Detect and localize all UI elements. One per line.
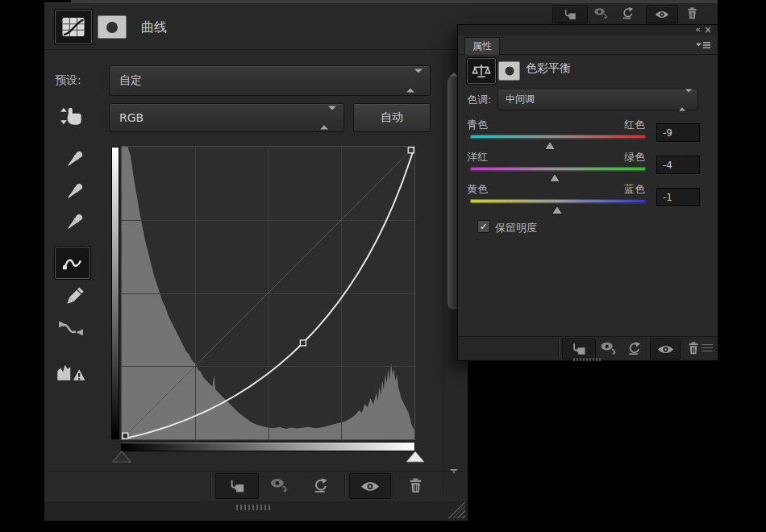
curves-panel-title: 曲线 (141, 19, 167, 36)
stepper-arrows-icon (406, 73, 423, 89)
panel-drag-handle[interactable] (236, 505, 272, 510)
panel-menu-icon[interactable] (695, 40, 711, 49)
output-gradient-bar (111, 147, 119, 439)
point-curve-icon (61, 254, 84, 272)
tone-dropdown[interactable]: 中间调 (497, 89, 698, 110)
curve-control-point (300, 340, 306, 346)
gray-point-eyedropper[interactable] (62, 180, 86, 204)
tone-value: 中间调 (498, 93, 535, 106)
clip-to-layer-button[interactable] (562, 339, 596, 360)
curves-bottom-toolbar (44, 471, 468, 501)
view-previous-state-button[interactable] (260, 473, 299, 497)
yellow-blue-value-field[interactable]: -1 (656, 188, 700, 206)
reset-icon (621, 6, 635, 20)
view-previous-state-icon (593, 7, 610, 20)
layer-mask-thumbnail[interactable] (98, 15, 127, 39)
cyan-red-slider-track[interactable] (470, 135, 646, 139)
preset-dropdown[interactable]: 自定 (109, 65, 431, 96)
panel-drag-handle[interactable] (573, 358, 602, 361)
curves-adjustment-chip[interactable] (55, 10, 92, 44)
curves-panel: 曲线 预设: 自定 RGB 自动 (44, 2, 468, 520)
cyan-red-value-field[interactable]: -9 (656, 123, 700, 142)
color-balance-chip[interactable] (467, 58, 496, 84)
collapse-to-icons-icon[interactable]: « (695, 24, 700, 35)
panel-resize-grip[interactable] (701, 344, 713, 352)
reset-button[interactable] (301, 473, 339, 497)
close-icon[interactable]: × (704, 24, 712, 35)
reset-icon (312, 477, 329, 494)
slider-thumb[interactable] (552, 202, 563, 211)
curve-control-point (123, 433, 128, 438)
input-gradient-bar (122, 443, 414, 451)
menu-icon (695, 40, 711, 49)
curves-panel-footer (44, 500, 468, 521)
trash-icon (687, 341, 700, 355)
pencil-icon (62, 285, 86, 309)
trash-icon (686, 6, 698, 20)
stepper-arrows-icon (320, 110, 336, 126)
visibility-button[interactable] (349, 473, 391, 499)
view-previous-state-icon (269, 478, 290, 493)
auto-button[interactable]: 自动 (353, 103, 431, 132)
clipping-warning-toggle[interactable] (56, 359, 87, 381)
reset-button[interactable] (615, 5, 639, 22)
curve-plot-area[interactable] (121, 146, 415, 440)
properties-tab-row: 属性 (458, 35, 718, 55)
reset-button[interactable] (622, 339, 646, 358)
preserve-luminosity-label: 保留明度 (495, 221, 537, 235)
properties-title-bar: « × (458, 25, 718, 36)
cyan-red-slider-row: 青色 红色 -9 (458, 118, 718, 150)
trash-icon (408, 477, 423, 494)
panel-resize-grip[interactable] (447, 501, 465, 518)
delete-button[interactable] (396, 473, 435, 497)
point-curve-tool[interactable] (55, 247, 90, 279)
visibility-button[interactable] (646, 5, 678, 23)
delete-button[interactable] (680, 5, 704, 22)
yellow-blue-slider-row: 黄色 蓝色 -1 (458, 182, 718, 214)
preset-label: 预设: (55, 73, 81, 88)
shadow-input-slider[interactable] (112, 451, 131, 463)
smooth-curve-tool[interactable] (57, 318, 85, 339)
green-label: 绿色 (624, 150, 645, 164)
view-previous-state-button[interactable] (597, 339, 621, 358)
red-label: 红色 (624, 118, 645, 132)
view-previous-state-button[interactable] (589, 5, 614, 22)
curves-panel-header: 曲线 (44, 3, 468, 50)
cyan-label: 青色 (467, 118, 488, 132)
stepper-arrows-icon (679, 92, 692, 107)
eye-icon (655, 10, 669, 19)
smooth-curve-icon (57, 318, 85, 339)
clip-to-layer-button[interactable] (215, 473, 259, 499)
slider-thumb[interactable] (544, 138, 556, 147)
preserve-luminosity-checkbox[interactable]: ✓ (477, 220, 490, 233)
visibility-button[interactable] (650, 339, 681, 360)
yellow-blue-slider-track[interactable] (470, 199, 646, 203)
layer-mask-thumbnail[interactable] (498, 61, 520, 81)
highlight-input-slider[interactable] (406, 451, 425, 463)
curve-histogram-chart[interactable] (122, 147, 414, 439)
slider-thumb-icon (552, 206, 563, 214)
channel-dropdown[interactable]: RGB (109, 103, 344, 132)
targeted-adjustment-tool[interactable] (57, 104, 84, 128)
clip-to-layer-button[interactable] (552, 5, 588, 23)
clip-to-layer-icon (571, 341, 587, 357)
magenta-green-slider-row: 洋红 绿色 -4 (458, 150, 718, 182)
yellow-label: 黄色 (467, 182, 488, 197)
black-point-eyedropper[interactable] (62, 148, 86, 172)
curves-adjustment-icon (61, 17, 85, 37)
magenta-green-slider-track[interactable] (470, 167, 646, 171)
tab-properties[interactable]: 属性 (464, 37, 500, 55)
view-previous-state-icon (600, 342, 618, 355)
targeted-adjustment-icon (57, 104, 84, 128)
preset-value: 自定 (110, 73, 142, 88)
pencil-curve-tool[interactable] (62, 285, 86, 309)
eye-icon (657, 344, 674, 355)
eyedropper-icon (62, 148, 86, 172)
magenta-green-value-field[interactable]: -4 (656, 156, 700, 174)
white-point-eyedropper[interactable] (62, 210, 86, 235)
blue-label: 蓝色 (624, 182, 645, 197)
baseline-diagonal (122, 147, 414, 439)
background-panel-toolbar (462, 3, 718, 25)
clip-to-layer-icon (563, 7, 577, 22)
slider-thumb[interactable] (549, 170, 560, 179)
